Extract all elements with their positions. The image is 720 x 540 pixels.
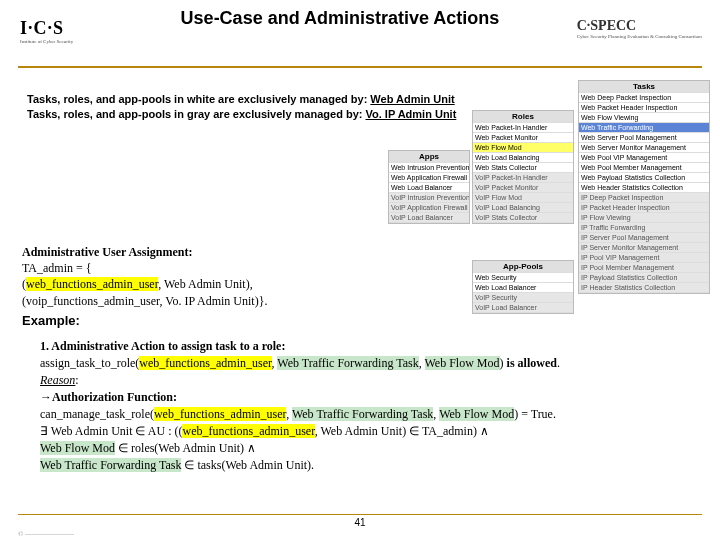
tasks-column: TasksWeb Deep Packet InspectionWeb Packe… <box>578 80 710 294</box>
admin-user-assignment: Administrative User Assignment: TA_admin… <box>22 244 267 309</box>
slide-title: Use-Case and Administrative Actions <box>180 8 500 30</box>
copyright-smudge: © ——————— <box>18 530 74 538</box>
example-body: 1. Administrative Action to assign task … <box>40 338 700 474</box>
right-logo: C·SPECCCyber Security Planning Evaluatio… <box>577 18 702 39</box>
left-logo: I·C·SInstitute of Cyber Security <box>20 18 73 44</box>
roles-column: RolesWeb Packet-In HandlerWeb Packet Mon… <box>472 110 574 224</box>
apps-column: AppsWeb Intrusion PreventionWeb Applicat… <box>388 150 470 224</box>
example-heading: Example: <box>22 313 80 328</box>
footer: 41 <box>18 514 702 528</box>
app-pools-column: App-PoolsWeb SecurityWeb Load BalancerVo… <box>472 260 574 314</box>
page-number: 41 <box>354 517 365 528</box>
title-rule <box>18 66 702 68</box>
management-note: Tasks, roles, and app-pools in white are… <box>27 92 456 123</box>
